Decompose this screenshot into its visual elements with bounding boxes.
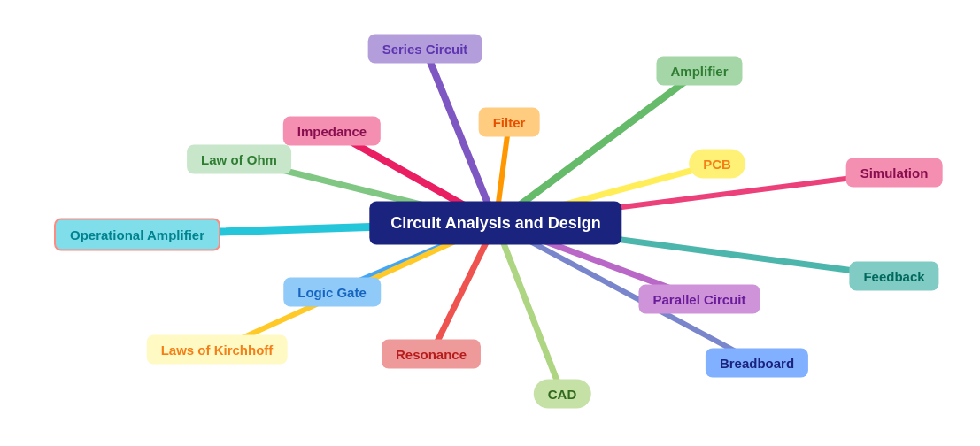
node-law-of-ohm[interactable]: Law of Ohm <box>187 145 291 174</box>
node-resonance[interactable]: Resonance <box>382 340 481 369</box>
node-logic-gate[interactable]: Logic Gate <box>283 278 381 307</box>
node-feedback[interactable]: Feedback <box>849 262 938 291</box>
node-laws-of-kirchhoff[interactable]: Laws of Kirchhoff <box>147 335 288 365</box>
node-simulation[interactable]: Simulation <box>846 158 943 188</box>
svg-line-1 <box>496 71 699 223</box>
node-impedance[interactable]: Impedance <box>283 117 381 146</box>
svg-line-11 <box>496 223 562 394</box>
node-filter[interactable]: Filter <box>479 108 540 137</box>
node-operational-amplifier[interactable]: Operational Amplifier <box>54 219 220 251</box>
node-pcb[interactable]: PCB <box>689 150 745 179</box>
node-amplifier[interactable]: Amplifier <box>656 57 742 86</box>
node-breadboard[interactable]: Breadboard <box>706 349 808 378</box>
center-node: Circuit Analysis and Design <box>369 202 621 245</box>
center-label: Circuit Analysis and Design <box>390 214 600 233</box>
mind-map: Circuit Analysis and Design Series Circu… <box>0 0 980 446</box>
node-parallel-circuit[interactable]: Parallel Circuit <box>638 285 760 314</box>
node-series-circuit[interactable]: Series Circuit <box>368 35 482 64</box>
node-cad[interactable]: CAD <box>534 380 591 409</box>
